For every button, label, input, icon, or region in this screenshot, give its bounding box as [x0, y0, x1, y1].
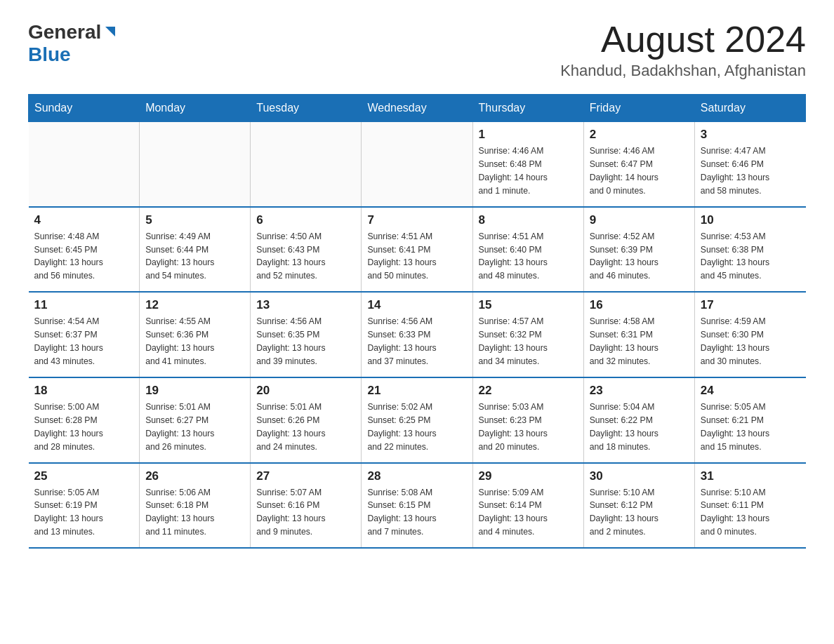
day-info: Sunrise: 5:09 AM Sunset: 6:14 PM Dayligh…	[479, 486, 578, 539]
weekday-header-monday: Monday	[140, 95, 251, 122]
day-number: 31	[701, 469, 800, 483]
day-number: 2	[590, 128, 689, 142]
logo-blue-text: Blue	[28, 43, 71, 65]
calendar-week-row: 11Sunrise: 4:54 AM Sunset: 6:37 PM Dayli…	[29, 292, 806, 377]
calendar-cell: 2Sunrise: 4:46 AM Sunset: 6:47 PM Daylig…	[583, 122, 694, 207]
calendar-cell: 13Sunrise: 4:56 AM Sunset: 6:35 PM Dayli…	[251, 292, 362, 377]
day-info: Sunrise: 4:46 AM Sunset: 6:48 PM Dayligh…	[479, 145, 578, 198]
day-info: Sunrise: 4:54 AM Sunset: 6:37 PM Dayligh…	[34, 315, 134, 368]
weekday-header-wednesday: Wednesday	[362, 95, 472, 122]
day-number: 11	[34, 298, 134, 312]
day-info: Sunrise: 4:56 AM Sunset: 6:33 PM Dayligh…	[367, 315, 466, 368]
day-info: Sunrise: 5:08 AM Sunset: 6:15 PM Dayligh…	[367, 486, 466, 539]
calendar-cell: 11Sunrise: 4:54 AM Sunset: 6:37 PM Dayli…	[29, 292, 140, 377]
calendar-cell: 26Sunrise: 5:06 AM Sunset: 6:18 PM Dayli…	[140, 463, 251, 549]
day-info: Sunrise: 4:55 AM Sunset: 6:36 PM Dayligh…	[145, 315, 244, 368]
calendar-cell: 27Sunrise: 5:07 AM Sunset: 6:16 PM Dayli…	[251, 463, 362, 549]
calendar-cell: 20Sunrise: 5:01 AM Sunset: 6:26 PM Dayli…	[251, 377, 362, 463]
day-info: Sunrise: 5:03 AM Sunset: 6:23 PM Dayligh…	[479, 401, 578, 454]
calendar-cell: 10Sunrise: 4:53 AM Sunset: 6:38 PM Dayli…	[694, 207, 805, 293]
day-number: 27	[256, 469, 355, 483]
day-info: Sunrise: 4:51 AM Sunset: 6:40 PM Dayligh…	[479, 230, 578, 283]
calendar-week-row: 25Sunrise: 5:05 AM Sunset: 6:19 PM Dayli…	[29, 463, 806, 549]
month-title: August 2024	[560, 21, 806, 58]
day-number: 16	[590, 298, 689, 312]
day-number: 29	[479, 469, 578, 483]
calendar-cell: 1Sunrise: 4:46 AM Sunset: 6:48 PM Daylig…	[472, 122, 583, 207]
day-info: Sunrise: 5:10 AM Sunset: 6:12 PM Dayligh…	[590, 486, 689, 539]
day-info: Sunrise: 5:04 AM Sunset: 6:22 PM Dayligh…	[590, 401, 689, 454]
calendar-cell	[29, 122, 140, 207]
day-info: Sunrise: 4:51 AM Sunset: 6:41 PM Dayligh…	[367, 230, 466, 283]
calendar-cell: 12Sunrise: 4:55 AM Sunset: 6:36 PM Dayli…	[140, 292, 251, 377]
calendar-cell: 14Sunrise: 4:56 AM Sunset: 6:33 PM Dayli…	[362, 292, 472, 377]
day-number: 12	[145, 298, 244, 312]
calendar-week-row: 1Sunrise: 4:46 AM Sunset: 6:48 PM Daylig…	[29, 122, 806, 207]
calendar-cell	[251, 122, 362, 207]
weekday-header-tuesday: Tuesday	[251, 95, 362, 122]
day-number: 4	[34, 213, 134, 227]
day-info: Sunrise: 4:53 AM Sunset: 6:38 PM Dayligh…	[701, 230, 800, 283]
day-info: Sunrise: 4:52 AM Sunset: 6:39 PM Dayligh…	[590, 230, 689, 283]
day-number: 19	[145, 384, 244, 398]
logo: General Blue	[28, 21, 115, 66]
svg-marker-0	[105, 27, 115, 36]
calendar-cell: 25Sunrise: 5:05 AM Sunset: 6:19 PM Dayli…	[29, 463, 140, 549]
day-info: Sunrise: 4:47 AM Sunset: 6:46 PM Dayligh…	[701, 145, 800, 198]
calendar-cell: 29Sunrise: 5:09 AM Sunset: 6:14 PM Dayli…	[472, 463, 583, 549]
day-number: 8	[479, 213, 578, 227]
day-number: 21	[367, 384, 466, 398]
weekday-header-saturday: Saturday	[694, 95, 805, 122]
day-number: 20	[256, 384, 355, 398]
day-info: Sunrise: 4:58 AM Sunset: 6:31 PM Dayligh…	[590, 315, 689, 368]
weekday-header-thursday: Thursday	[472, 95, 583, 122]
day-info: Sunrise: 5:02 AM Sunset: 6:25 PM Dayligh…	[367, 401, 466, 454]
calendar-cell: 18Sunrise: 5:00 AM Sunset: 6:28 PM Dayli…	[29, 377, 140, 463]
day-number: 26	[145, 469, 244, 483]
day-info: Sunrise: 5:05 AM Sunset: 6:21 PM Dayligh…	[701, 401, 800, 454]
calendar-cell: 15Sunrise: 4:57 AM Sunset: 6:32 PM Dayli…	[472, 292, 583, 377]
calendar-cell: 17Sunrise: 4:59 AM Sunset: 6:30 PM Dayli…	[694, 292, 805, 377]
calendar-cell	[362, 122, 472, 207]
weekday-header-row: SundayMondayTuesdayWednesdayThursdayFrid…	[29, 95, 806, 122]
calendar-week-row: 4Sunrise: 4:48 AM Sunset: 6:45 PM Daylig…	[29, 207, 806, 293]
day-info: Sunrise: 5:05 AM Sunset: 6:19 PM Dayligh…	[34, 486, 134, 539]
day-info: Sunrise: 5:01 AM Sunset: 6:26 PM Dayligh…	[256, 401, 355, 454]
day-number: 24	[701, 384, 800, 398]
calendar-cell: 4Sunrise: 4:48 AM Sunset: 6:45 PM Daylig…	[29, 207, 140, 293]
calendar-cell: 24Sunrise: 5:05 AM Sunset: 6:21 PM Dayli…	[694, 377, 805, 463]
calendar-cell: 30Sunrise: 5:10 AM Sunset: 6:12 PM Dayli…	[583, 463, 694, 549]
day-info: Sunrise: 4:56 AM Sunset: 6:35 PM Dayligh…	[256, 315, 355, 368]
day-info: Sunrise: 5:01 AM Sunset: 6:27 PM Dayligh…	[145, 401, 244, 454]
day-number: 17	[701, 298, 800, 312]
day-number: 18	[34, 384, 134, 398]
day-number: 15	[479, 298, 578, 312]
calendar-cell: 19Sunrise: 5:01 AM Sunset: 6:27 PM Dayli…	[140, 377, 251, 463]
day-info: Sunrise: 4:48 AM Sunset: 6:45 PM Dayligh…	[34, 230, 134, 283]
day-number: 1	[479, 128, 578, 142]
page-header: General Blue August 2024 Khandud, Badakh…	[28, 21, 806, 80]
calendar-cell: 23Sunrise: 5:04 AM Sunset: 6:22 PM Dayli…	[583, 377, 694, 463]
calendar-cell: 21Sunrise: 5:02 AM Sunset: 6:25 PM Dayli…	[362, 377, 472, 463]
day-number: 28	[367, 469, 466, 483]
day-number: 3	[701, 128, 800, 142]
day-number: 23	[590, 384, 689, 398]
day-number: 9	[590, 213, 689, 227]
day-info: Sunrise: 4:59 AM Sunset: 6:30 PM Dayligh…	[701, 315, 800, 368]
calendar-cell: 22Sunrise: 5:03 AM Sunset: 6:23 PM Dayli…	[472, 377, 583, 463]
calendar-cell: 3Sunrise: 4:47 AM Sunset: 6:46 PM Daylig…	[694, 122, 805, 207]
calendar-cell: 31Sunrise: 5:10 AM Sunset: 6:11 PM Dayli…	[694, 463, 805, 549]
day-number: 5	[145, 213, 244, 227]
day-info: Sunrise: 5:10 AM Sunset: 6:11 PM Dayligh…	[701, 486, 800, 539]
day-info: Sunrise: 4:46 AM Sunset: 6:47 PM Dayligh…	[590, 145, 689, 198]
day-number: 30	[590, 469, 689, 483]
day-number: 22	[479, 384, 578, 398]
logo-triangle-icon	[102, 25, 115, 41]
day-info: Sunrise: 4:49 AM Sunset: 6:44 PM Dayligh…	[145, 230, 244, 283]
calendar-cell: 6Sunrise: 4:50 AM Sunset: 6:43 PM Daylig…	[251, 207, 362, 293]
weekday-header-sunday: Sunday	[29, 95, 140, 122]
calendar-cell: 28Sunrise: 5:08 AM Sunset: 6:15 PM Dayli…	[362, 463, 472, 549]
weekday-header-friday: Friday	[583, 95, 694, 122]
day-info: Sunrise: 5:00 AM Sunset: 6:28 PM Dayligh…	[34, 401, 134, 454]
calendar-week-row: 18Sunrise: 5:00 AM Sunset: 6:28 PM Dayli…	[29, 377, 806, 463]
